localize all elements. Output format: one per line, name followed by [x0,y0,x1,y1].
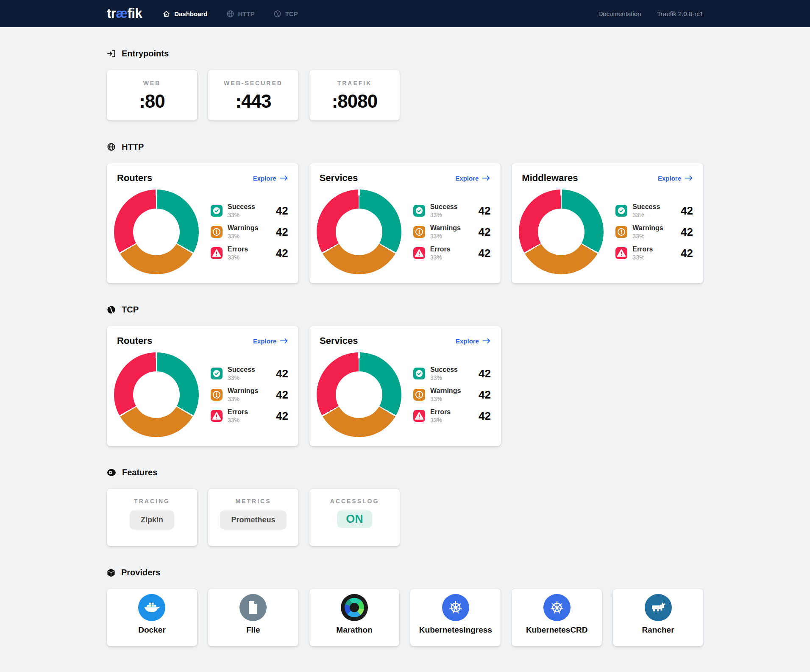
provider-name: KubernetesIngress [410,625,501,635]
donut-hole [336,209,382,255]
nav-item[interactable]: Dashboard [162,10,207,18]
section-providers: Providers Docker File Marathon [107,568,703,646]
section-title-http: HTTP [122,142,144,152]
dashboard: Entrypoints WEB :80 WEB-SECURED :443 TRA… [107,27,703,666]
check-circle-icon [415,369,423,378]
status-donut-chart [317,190,401,274]
feature-value-chip: Prometheus [220,510,286,530]
donut-hole [133,371,180,418]
nav-item[interactable]: HTTP [226,10,255,18]
legend-percent: 33% [228,254,248,261]
exclamation-circle-icon [415,228,423,236]
provider-name: KubernetesCRD [512,625,602,635]
feature-name: METRICS [208,498,298,505]
explore-link[interactable]: Explore [253,175,288,182]
status-badge [413,205,425,217]
warning-triangle-icon [617,249,626,257]
legend-percent: 33% [430,417,451,424]
section-title-features: Features [122,468,157,477]
legend-label: Errors [430,245,451,253]
explore-label: Explore [456,337,479,345]
exclamation-circle-icon [415,390,423,399]
tcp-icon [107,305,116,314]
legend-row: Warnings 33% 42 [413,223,491,240]
entrypoint-port: :8080 [309,91,400,112]
status-donut-chart [317,352,401,437]
legend-percent: 33% [632,212,660,218]
provider-card: File [208,589,298,646]
legend-percent: 33% [430,254,451,261]
warning-triangle-icon [415,249,424,257]
provider-card: KubernetesIngress [410,589,501,646]
provider-card: KubernetesCRD [512,589,602,646]
legend-row: Errors 33% 42 [211,245,288,262]
features-icon [107,468,116,477]
home-icon [162,10,170,18]
legend-label: Success [228,203,255,211]
file-icon [239,594,267,621]
status-card: Middlewares Explore Success 33% 42 Warni… [512,163,703,283]
legend-percent: 33% [228,233,258,240]
documentation-link[interactable]: Documentation [598,10,641,17]
section-title-providers: Providers [121,568,160,577]
donut-hole [538,209,585,255]
arrow-right-icon [482,175,490,181]
nav-item-label: TCP [285,10,298,17]
legend-percent: 33% [228,396,258,402]
version-link[interactable]: Traefik 2.0.0-rc1 [657,10,703,17]
arrow-right-icon [685,175,693,181]
check-circle-icon [415,206,423,215]
provider-name: Rancher [613,625,703,635]
globe-icon [107,142,116,151]
provider-name: Marathon [309,625,400,635]
explore-link[interactable]: Explore [253,337,288,345]
legend-count: 42 [276,247,288,260]
legend-percent: 33% [632,233,663,240]
legend-row: Warnings 33% 42 [211,386,288,403]
card-title: Middlewares [522,173,578,184]
provider-card: Marathon [309,589,400,646]
explore-link[interactable]: Explore [455,175,490,182]
status-badge [615,226,627,238]
status-badge [413,247,425,259]
legend-count: 42 [276,204,288,217]
status-badge [413,410,425,422]
login-icon [107,49,116,58]
status-badge [211,247,223,259]
arrow-right-icon [482,338,491,344]
donut-hole [336,371,382,418]
legend-label: Warnings [228,387,258,395]
explore-link[interactable]: Explore [456,337,491,345]
status-badge [413,389,425,401]
provider-name: Docker [107,625,197,635]
status-legend: Success 33% 42 Warnings 33% 42 Errors 33… [413,202,491,262]
legend-count: 42 [276,410,288,423]
legend-label: Errors [228,408,248,416]
nav-item[interactable]: TCP [273,10,298,18]
legend-count: 42 [478,226,490,239]
legend-percent: 33% [430,396,461,402]
status-badge [615,247,627,259]
section-tcp: TCP Routers Explore Success 33% 42 [107,305,703,446]
legend-label: Success [430,203,458,211]
rancher-icon [645,594,672,621]
card-title: Services [320,173,358,184]
legend-row: Errors 33% 42 [413,245,491,262]
legend-percent: 33% [430,212,458,218]
legend-label: Errors [632,245,653,253]
arrow-right-icon [280,338,288,344]
explore-link[interactable]: Explore [658,175,693,182]
legend-label: Warnings [632,224,663,232]
providers-grid: Docker File Marathon KubernetesIngress [107,589,703,646]
legend-label: Warnings [228,224,258,232]
legend-label: Success [632,203,660,211]
warning-triangle-icon [212,412,221,420]
status-legend: Success 33% 42 Warnings 33% 42 Errors 33… [615,202,693,262]
status-card: Services Explore Success 33% 42 Warnings [309,326,501,446]
feature-card: ACCESSLOG ON [309,489,400,546]
legend-row: Warnings 33% 42 [413,386,491,403]
explore-label: Explore [658,175,681,182]
entrypoints-grid: WEB :80 WEB-SECURED :443 TRAEFIK :8080 [107,70,703,120]
check-circle-icon [212,206,221,215]
entrypoint-card: WEB-SECURED :443 [208,70,298,120]
